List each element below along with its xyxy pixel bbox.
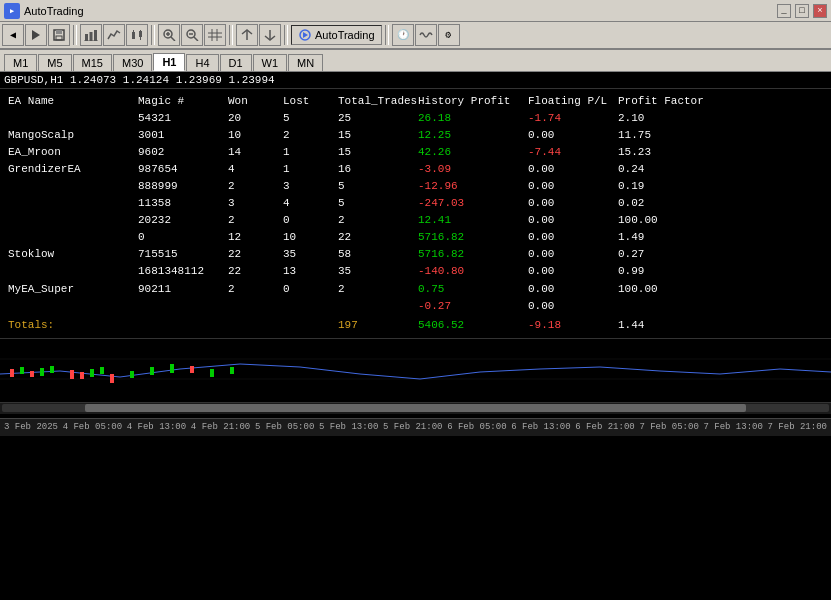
tab-h4[interactable]: H4 [186,54,218,71]
scroll-thumb[interactable] [85,404,747,412]
maximize-button[interactable]: □ [795,4,809,18]
time-label-3: 4 Feb 13:00 [127,422,186,432]
table-row: Stoklow 715515 22 35 58 5716.82 0.00 0.2… [8,246,823,263]
svg-rect-2 [56,30,62,34]
window-title: AutoTrading [24,5,84,17]
cell-hp: 5716.82 [418,229,528,246]
toolbar-zoom-in-btn[interactable] [158,24,180,46]
totals-fp: -9.18 [528,317,618,334]
cell-pf: 0.27 [618,246,718,263]
time-label-4: 4 Feb 21:00 [191,422,250,432]
cell-magic: 9602 [138,144,228,161]
toolbar-chart-new-btn[interactable] [80,24,102,46]
title-bar: ▶ AutoTrading _ □ × [0,0,831,22]
toolbar-forward-btn[interactable] [25,24,47,46]
toolbar-zoom-out-btn[interactable] [181,24,203,46]
cell-total: 5 [338,178,418,195]
cell-total: 58 [338,246,418,263]
table-row: 20232 2 0 2 12.41 0.00 100.00 [8,212,823,229]
toolbar-save-btn[interactable] [48,24,70,46]
time-label-2: 4 Feb 05:00 [63,422,122,432]
cell-pf: 100.00 [618,281,718,298]
table-row: 11358 3 4 5 -247.03 0.00 0.02 [8,195,823,212]
chart-scrollbar[interactable] [0,402,831,414]
svg-rect-34 [50,366,54,373]
table-row: EA_Mroon 9602 14 1 15 42.26 -7.44 15.23 [8,144,823,161]
svg-rect-35 [70,370,74,379]
time-label-6: 5 Feb 13:00 [319,422,378,432]
svg-rect-44 [210,369,214,377]
data-rows: 54321 20 5 25 26.18 -1.74 2.10 MangoScal… [8,110,823,315]
time-label-5: 5 Feb 05:00 [255,422,314,432]
time-label-1: 3 Feb 2025 [4,422,58,432]
totals-hp: 5406.52 [418,317,528,334]
cell-fp: -7.44 [528,144,618,161]
tab-m1[interactable]: M1 [4,54,37,71]
totals-lost [283,317,338,334]
tab-h1[interactable]: H1 [153,53,185,71]
cell-total [338,298,418,315]
tab-d1[interactable]: D1 [220,54,252,71]
cell-magic: 20232 [138,212,228,229]
cell-ea: MangoScalp [8,127,138,144]
toolbar-line-btn[interactable] [103,24,125,46]
cell-ea [8,229,138,246]
toolbar-back-btn[interactable]: ◀ [2,24,24,46]
totals-won [228,317,283,334]
cell-fp: 0.00 [528,298,618,315]
svg-rect-43 [190,366,194,373]
tab-m30[interactable]: M30 [113,54,152,71]
close-button[interactable]: × [813,4,827,18]
svg-rect-30 [10,369,14,377]
title-area: ▶ AutoTrading [4,3,775,19]
toolbar-settings-btn[interactable]: ⚙ [438,24,460,46]
toolbar-wave-btn[interactable] [415,24,437,46]
col-hp: History Profit [418,93,528,110]
cell-hp: -0.27 [418,298,528,315]
totals-label: Totals: [8,317,138,334]
cell-ea [8,212,138,229]
svg-rect-38 [100,367,104,374]
cell-hp: 26.18 [418,110,528,127]
toolbar-sep3 [229,25,233,45]
toolbar-candle-btn[interactable] [126,24,148,46]
tab-mn[interactable]: MN [288,54,323,71]
cell-hp: 12.41 [418,212,528,229]
toolbar-grid-btn[interactable] [204,24,226,46]
table-row: GrendizerEA 987654 4 1 16 -3.09 0.00 0.2… [8,161,823,178]
toolbar-sep1 [73,25,77,45]
cell-pf: 0.19 [618,178,718,195]
cell-won: 14 [228,144,283,161]
tab-m5[interactable]: M5 [38,54,71,71]
toolbar-up-btn[interactable] [236,24,258,46]
cell-won: 12 [228,229,283,246]
cell-hp: -3.09 [418,161,528,178]
timeline: 3 Feb 2025 4 Feb 05:00 4 Feb 13:00 4 Feb… [0,418,831,436]
cell-magic: 90211 [138,281,228,298]
svg-rect-33 [40,368,44,376]
minimize-button[interactable]: _ [777,4,791,18]
cell-magic: 987654 [138,161,228,178]
svg-rect-36 [80,372,84,379]
tab-w1[interactable]: W1 [253,54,288,71]
cell-total: 22 [338,229,418,246]
cell-total: 25 [338,110,418,127]
cell-won: 20 [228,110,283,127]
toolbar-down-btn[interactable] [259,24,281,46]
cell-pf: 100.00 [618,212,718,229]
cell-total: 2 [338,281,418,298]
toolbar-clock-btn[interactable]: 🕐 [392,24,414,46]
svg-rect-27 [0,339,831,399]
cell-won [228,298,283,315]
time-label-7: 5 Feb 21:00 [383,422,442,432]
toolbar: ◀ AutoTrading 🕐 ⚙ [0,22,831,50]
svg-rect-37 [90,369,94,377]
info-bar: GBPUSD,H1 1.24073 1.24124 1.23969 1.2399… [0,72,831,89]
totals-magic [138,317,228,334]
auto-trading-label[interactable]: AutoTrading [291,25,382,45]
table-row: 54321 20 5 25 26.18 -1.74 2.10 [8,110,823,127]
cell-lost: 0 [283,212,338,229]
timeframe-tabs: M1 M5 M15 M30 H1 H4 D1 W1 MN [0,50,831,72]
tab-m15[interactable]: M15 [73,54,112,71]
cell-lost: 3 [283,178,338,195]
